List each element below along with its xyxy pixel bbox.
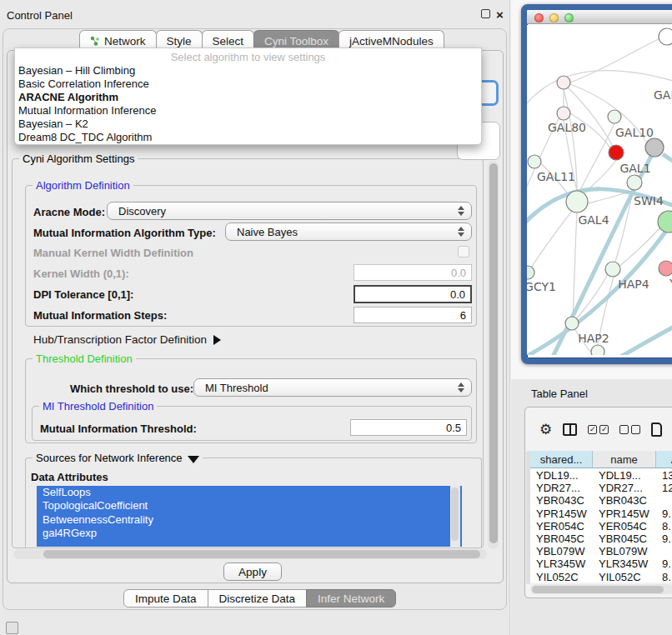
column-header-name[interactable]: name xyxy=(593,451,656,468)
which-threshold-combo[interactable]: MI Threshold xyxy=(193,378,472,397)
select-all-icon[interactable]: ✓✓ xyxy=(588,425,609,434)
algorithm-option[interactable]: Basic Correlation Inference xyxy=(15,78,481,91)
attribute-item[interactable]: gal4RGexp xyxy=(37,527,462,540)
table-row[interactable]: YDL19...YDL19...13 xyxy=(530,468,672,481)
tab-jactivemnodules[interactable]: jActiveMNodules xyxy=(339,30,444,48)
table-horizontal-scrollbar[interactable] xyxy=(530,584,672,594)
float-panel-button[interactable] xyxy=(481,9,490,21)
tab-select[interactable]: Select xyxy=(202,30,255,48)
algorithm-option[interactable]: Dream8 DC_TDC Algorithm xyxy=(15,131,481,144)
table-toolbar: ⚙ ✓✓ xyxy=(525,414,672,444)
mi-type-value: Naive Bayes xyxy=(237,226,298,238)
deselect-all-icon[interactable] xyxy=(619,425,640,434)
close-window-icon[interactable] xyxy=(534,13,544,22)
node-label: SWI4 xyxy=(634,194,664,208)
mi-steps-field[interactable]: 6 xyxy=(354,307,472,323)
network-node[interactable] xyxy=(645,138,664,157)
data-attributes-list: SelfLoops TopologicalCoefficient Between… xyxy=(37,486,462,547)
table-row[interactable]: YDR27...YDR27...12 xyxy=(530,481,672,493)
attribute-item[interactable] xyxy=(37,541,462,547)
column-header-cut[interactable]: A xyxy=(656,451,672,468)
table-row[interactable]: YIL052CYIL052C8. xyxy=(530,570,672,582)
kernel-width-field[interactable]: 0.0 xyxy=(354,264,472,281)
node-label: GAL11 xyxy=(537,170,575,183)
table-row[interactable]: YBR045CYBR045C9. xyxy=(530,532,672,544)
node-label: HAP4 xyxy=(618,278,649,291)
vscroll-thumb[interactable] xyxy=(489,163,498,543)
tab-impute-data[interactable]: Impute Data xyxy=(123,589,208,608)
aracne-mode-combo[interactable]: Discovery xyxy=(107,202,472,220)
gear-icon[interactable]: ⚙ xyxy=(539,422,552,437)
network-node-y[interactable] xyxy=(659,261,672,276)
network-node[interactable] xyxy=(591,345,604,355)
network-node-hap4[interactable] xyxy=(605,262,620,277)
algorithm-popup-placeholder: Select algorithm to view settings xyxy=(15,48,481,64)
dpi-tolerance-field[interactable]: 0.0 xyxy=(354,285,472,303)
mi-threshold-group-title: MI Threshold Definition xyxy=(39,400,157,412)
network-node-gal11[interactable] xyxy=(528,155,541,168)
apply-button[interactable]: Apply xyxy=(223,562,282,581)
network-node-swi4[interactable] xyxy=(658,211,672,232)
algorithm-option-selected[interactable]: ARACNE Algorithm xyxy=(15,91,481,104)
sources-group-title[interactable]: Sources for Network Inference xyxy=(33,452,203,464)
network-node[interactable] xyxy=(557,76,570,89)
combo-arrows-icon xyxy=(458,206,464,216)
dock-corner-icon[interactable] xyxy=(6,622,18,634)
settings-vertical-scrollbar[interactable] xyxy=(488,161,499,549)
network-window-titlebar[interactable] xyxy=(527,10,672,24)
tab-network[interactable]: Network xyxy=(79,30,157,48)
algorithm-option[interactable]: Bayesian – K2 xyxy=(15,118,481,131)
zoom-window-icon[interactable] xyxy=(564,13,574,22)
network-icon xyxy=(90,36,100,46)
cyni-mode-tabs: Impute Data Discretize Data Infer Networ… xyxy=(123,589,395,608)
tab-cyni-toolbox[interactable]: Cyni Toolbox xyxy=(253,30,339,48)
node-label: HAP2 xyxy=(578,332,609,345)
settings-horizontal-scrollbar[interactable] xyxy=(13,549,487,559)
attribute-item[interactable]: SelfLoops xyxy=(37,486,462,499)
columns-icon[interactable] xyxy=(563,423,577,436)
tab-style[interactable]: Style xyxy=(156,30,203,48)
algorithm-option[interactable]: Bayesian – Hill Climbing xyxy=(15,64,481,78)
node-label: GAL xyxy=(654,88,672,102)
table-row[interactable]: YLR345WYLR345W9. xyxy=(530,557,672,569)
column-header-shared-name[interactable]: shared... xyxy=(530,451,593,468)
network-node-hap2[interactable] xyxy=(565,317,579,330)
network-node-gcy1[interactable] xyxy=(527,266,534,279)
node-table: shared... name A YDL19...YDL19...13 YDR2… xyxy=(530,451,672,582)
data-attributes-label: Data Attributes xyxy=(31,471,108,483)
mi-type-combo[interactable]: Naive Bayes xyxy=(225,222,472,241)
minimize-window-icon[interactable] xyxy=(549,13,559,22)
table-header-row: shared... name A xyxy=(530,451,672,468)
network-view-window[interactable]: GAL GAL80 GAL10 GAL1 GAL11 GAL4 SWI4 Y H… xyxy=(521,4,672,364)
table-row[interactable]: YBR043CYBR043C xyxy=(530,493,672,506)
new-table-icon[interactable] xyxy=(651,422,662,437)
table-row[interactable]: YBL079WYBL079W xyxy=(530,544,672,557)
close-panel-button[interactable]: × xyxy=(496,10,504,19)
collapsed-arrow-icon xyxy=(213,335,221,345)
settings-group-title: Cyni Algorithm Settings xyxy=(19,152,138,165)
manual-kernel-checkbox[interactable] xyxy=(458,246,469,258)
network-node-gal80[interactable] xyxy=(557,107,570,120)
tab-infer-network[interactable]: Infer Network xyxy=(306,589,396,608)
network-node-gal1[interactable] xyxy=(609,145,624,160)
network-node[interactable] xyxy=(627,175,642,190)
network-node[interactable] xyxy=(659,28,672,45)
table-hscroll-thumb[interactable] xyxy=(532,586,664,593)
algorithm-option[interactable]: Mutual Information Inference xyxy=(15,104,481,118)
attribute-item[interactable]: TopologicalCoefficient xyxy=(37,499,462,512)
table-row[interactable]: YER054CYER054C8. xyxy=(530,519,672,532)
table-row[interactable]: YPR145WYPR145W9. xyxy=(530,507,672,519)
mi-threshold-field[interactable]: 0.5 xyxy=(350,419,467,436)
node-label: Y xyxy=(669,277,672,290)
network-node-gal4[interactable] xyxy=(566,191,588,212)
attributes-scrollbar[interactable] xyxy=(450,486,460,547)
expanded-arrow-icon xyxy=(188,456,199,463)
attribute-item[interactable]: BetweennessCentrality xyxy=(37,513,462,527)
hscroll-thumb[interactable] xyxy=(43,550,480,558)
hub-definition-toggle[interactable]: Hub/Transcription Factor Definition xyxy=(33,333,221,346)
sources-title-label: Sources for Network Inference xyxy=(36,452,183,464)
network-node-gal10[interactable] xyxy=(608,110,621,123)
attributes-scrollbar-thumb[interactable] xyxy=(451,488,459,541)
tab-discretize-data[interactable]: Discretize Data xyxy=(208,589,308,608)
network-canvas[interactable]: GAL GAL80 GAL10 GAL1 GAL11 GAL4 SWI4 Y H… xyxy=(527,25,672,355)
